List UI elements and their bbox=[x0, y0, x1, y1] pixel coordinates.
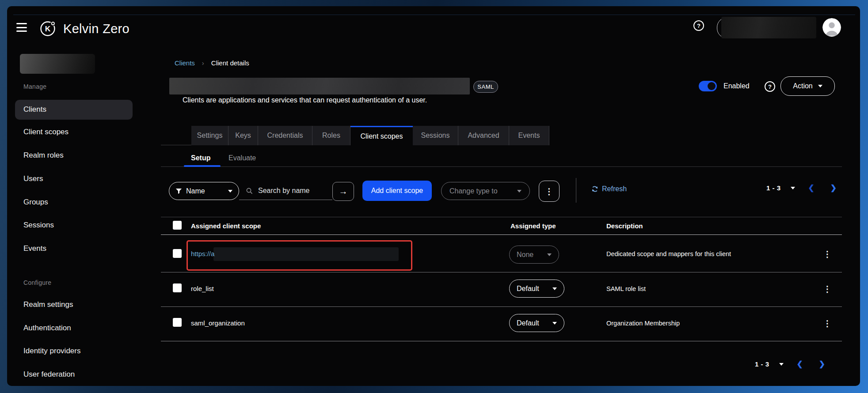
search-box bbox=[239, 182, 332, 200]
breadcrumb: Clients › Client details bbox=[175, 58, 249, 68]
assigned-type-value: Default bbox=[517, 285, 539, 293]
pagination-prev-icon[interactable] bbox=[808, 183, 815, 193]
tab-keys[interactable]: Keys bbox=[228, 126, 258, 145]
username-redacted[interactable] bbox=[721, 17, 816, 38]
search-submit-button[interactable] bbox=[332, 182, 354, 201]
enabled-toggle[interactable] bbox=[699, 81, 717, 91]
tab-settings[interactable]: Settings bbox=[191, 126, 228, 145]
column-header-scope: Assigned client scope bbox=[191, 221, 261, 231]
tab-events[interactable]: Events bbox=[509, 126, 549, 145]
sidebar-item-events[interactable]: Events bbox=[23, 243, 46, 254]
client-name-redacted bbox=[169, 78, 470, 94]
sidebar-item-user-federation[interactable]: User federation bbox=[23, 369, 75, 380]
sidebar-item-clients[interactable]: Clients bbox=[23, 104, 46, 115]
filter-label: Name bbox=[186, 187, 205, 195]
assigned-type-value: Default bbox=[517, 319, 539, 327]
subtab-setup[interactable]: Setup bbox=[191, 154, 210, 162]
pagination-range: 1 - 3 bbox=[755, 360, 769, 368]
select-all-checkbox[interactable] bbox=[173, 221, 182, 230]
breadcrumb-chevron-icon: › bbox=[202, 59, 204, 67]
row-checkbox[interactable] bbox=[173, 249, 182, 258]
breadcrumb-clients-link[interactable]: Clients bbox=[175, 59, 195, 67]
sidebar-item-realm-settings[interactable]: Realm settings bbox=[23, 299, 73, 310]
pagination-dropdown-icon[interactable] bbox=[779, 363, 784, 366]
search-input[interactable] bbox=[257, 186, 325, 195]
subtab-active-indicator bbox=[184, 165, 221, 167]
pagination-prev-icon[interactable] bbox=[797, 359, 803, 369]
change-type-label: Change type to bbox=[449, 187, 498, 195]
pagination-range: 1 - 3 bbox=[766, 184, 781, 192]
assigned-type-dropdown: None bbox=[509, 246, 559, 264]
chevron-down-icon bbox=[228, 190, 232, 193]
row-checkbox[interactable] bbox=[173, 283, 182, 292]
tab-client-scopes[interactable]: Client scopes bbox=[350, 126, 413, 145]
add-client-scope-button[interactable]: Add client scope bbox=[362, 181, 432, 201]
refresh-link[interactable]: Refresh bbox=[591, 184, 627, 194]
sidebar-item-authentication[interactable]: Authentication bbox=[23, 323, 71, 333]
refresh-label: Refresh bbox=[602, 185, 627, 193]
protocol-badge: SAML bbox=[473, 81, 498, 93]
assigned-type-value: None bbox=[517, 251, 533, 259]
row-kebab-button[interactable] bbox=[823, 284, 832, 294]
brand-title: Kelvin Zero bbox=[63, 22, 129, 36]
search-field-selector[interactable]: Name bbox=[169, 182, 239, 200]
avatar-icon[interactable] bbox=[822, 18, 841, 37]
tab-advanced[interactable]: Advanced bbox=[458, 126, 509, 145]
toolbar-kebab-button[interactable] bbox=[539, 181, 560, 202]
row-checkbox[interactable] bbox=[173, 318, 182, 327]
client-description: Clients are applications and services th… bbox=[183, 96, 427, 104]
pagination-next-icon[interactable] bbox=[830, 183, 837, 193]
table-top-border bbox=[161, 217, 842, 217]
chevron-down-icon bbox=[552, 322, 557, 325]
chevron-down-icon bbox=[547, 253, 552, 256]
kebab-icon bbox=[823, 249, 832, 259]
pagination-dropdown-icon[interactable] bbox=[791, 187, 795, 189]
filter-icon bbox=[175, 188, 182, 194]
subtab-divider bbox=[161, 166, 842, 167]
sidebar-item-sessions[interactable]: Sessions bbox=[23, 220, 54, 231]
search-icon bbox=[246, 187, 253, 194]
action-label: Action bbox=[793, 82, 812, 90]
scope-description: Dedicated scope and mappers for this cli… bbox=[606, 249, 731, 259]
assigned-type-dropdown[interactable]: Default bbox=[509, 314, 564, 332]
table-bottom-border bbox=[161, 341, 842, 341]
tab-credentials[interactable]: Credentials bbox=[258, 126, 312, 145]
tabbar-left-border bbox=[161, 145, 191, 145]
sidebar-item-realm-roles[interactable]: Realm roles bbox=[23, 150, 64, 161]
sidebar-item-client-scopes[interactable]: Client scopes bbox=[23, 127, 69, 137]
sidebar-item-identity-providers[interactable]: Identity providers bbox=[23, 346, 80, 356]
svg-text:K: K bbox=[45, 24, 51, 33]
subtab-evaluate[interactable]: Evaluate bbox=[228, 154, 256, 162]
kebab-icon bbox=[545, 186, 553, 196]
window-top-divider bbox=[13, 15, 855, 15]
refresh-icon bbox=[591, 185, 598, 193]
scope-name: role_list bbox=[191, 284, 214, 294]
hamburger-menu-icon[interactable] bbox=[16, 23, 27, 32]
help-icon[interactable] bbox=[693, 20, 704, 31]
sidebar-item-users[interactable]: Users bbox=[23, 174, 43, 184]
realm-selector-redacted[interactable] bbox=[20, 54, 95, 74]
scope-description: SAML role list bbox=[606, 284, 646, 294]
sidebar-item-groups[interactable]: Groups bbox=[23, 197, 48, 208]
tab-sessions[interactable]: Sessions bbox=[413, 126, 458, 145]
app-window bbox=[7, 6, 860, 386]
chevron-down-icon bbox=[818, 85, 822, 87]
row-kebab-button[interactable] bbox=[823, 249, 832, 259]
row-kebab-button[interactable] bbox=[823, 318, 832, 328]
chevron-down-icon bbox=[517, 190, 522, 193]
scope-name: saml_organization bbox=[191, 318, 245, 328]
row-divider bbox=[161, 306, 842, 307]
tab-roles[interactable]: Roles bbox=[312, 126, 350, 145]
pagination-top: 1 - 3 bbox=[766, 183, 837, 193]
client-tabs: Settings Keys Credentials Roles Client s… bbox=[191, 126, 549, 145]
enabled-help-icon[interactable] bbox=[765, 81, 775, 92]
pagination-next-icon[interactable] bbox=[819, 359, 825, 369]
pagination-bottom: 1 - 3 bbox=[755, 359, 825, 369]
sidebar-section-configure: Configure bbox=[23, 279, 51, 286]
sidebar-section-manage: Manage bbox=[23, 83, 46, 90]
row-divider bbox=[161, 272, 842, 272]
kebab-icon bbox=[823, 284, 832, 294]
kelvin-zero-logo-icon: K bbox=[39, 20, 57, 39]
assigned-type-dropdown[interactable]: Default bbox=[509, 280, 564, 298]
action-dropdown-button[interactable]: Action bbox=[780, 76, 835, 96]
